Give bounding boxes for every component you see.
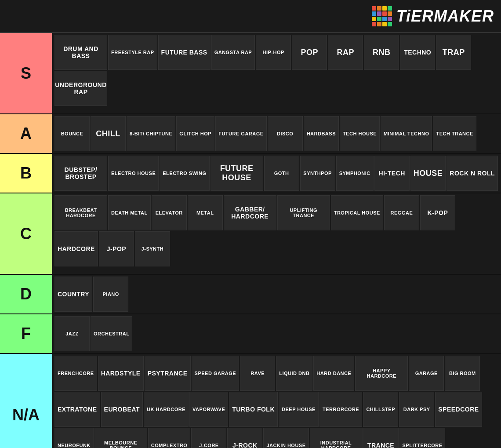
genre-hi-tech[interactable]: HI-TECH	[374, 156, 410, 191]
genre-liquid-dnb[interactable]: LIQUID DNB	[276, 356, 312, 391]
tier-label-na: N/A	[0, 354, 53, 448]
genre-electro-house[interactable]: ELECTRO HOUSE	[108, 156, 159, 191]
genre-8-bit--chiptune[interactable]: 8-BIT/ CHIPTUNE	[127, 116, 175, 151]
logo-cell	[382, 6, 387, 11]
genre-turbo-folk[interactable]: TURBO FOLK	[229, 392, 278, 427]
genre-uk-hardcore[interactable]: UK HARDCORE	[144, 392, 189, 427]
tier-label-d: D	[0, 275, 53, 313]
genre-symphonic[interactable]: SYMPHONIC	[336, 156, 374, 191]
genre-reggae[interactable]: REGGAE	[384, 195, 419, 230]
genre-splittercore[interactable]: SPLITTERCORE	[399, 428, 446, 448]
genre-k-pop[interactable]: K-POP	[420, 195, 455, 230]
genre-eurobeat[interactable]: EUROBEAT	[101, 392, 143, 427]
genre-trance[interactable]: TRANCE	[363, 428, 399, 448]
genre-future-house[interactable]: FUTURE HOUSE	[211, 156, 263, 191]
genre-gangsta-rap[interactable]: GANGSTA RAP	[211, 35, 255, 70]
genre-extratone[interactable]: EXTRATONE	[54, 392, 100, 427]
logo-cell	[382, 11, 387, 16]
genre-tropical-house[interactable]: TROPICAL HOUSE	[331, 195, 383, 230]
logo-text: TiERMAKER	[396, 7, 494, 25]
genre-chill[interactable]: CHILL	[91, 116, 126, 151]
genre-elevator[interactable]: ELEVATOR	[152, 195, 187, 230]
genre-frenchcore[interactable]: FRENCHCORE	[54, 356, 97, 391]
genre-minimal-techno[interactable]: MINIMAL TECHNO	[381, 116, 432, 151]
genre-deep-house[interactable]: DEEP HOUSE	[279, 392, 319, 427]
genre-pop[interactable]: POP	[292, 35, 327, 70]
genre-trap[interactable]: TRAP	[436, 35, 471, 70]
genre-speedcore[interactable]: SPEEDCORE	[435, 392, 482, 427]
genre-disco[interactable]: DISCO	[268, 116, 303, 151]
logo-cell	[372, 11, 376, 16]
genre-hardstyle[interactable]: HARDSTYLE	[98, 356, 144, 391]
tier-container: SDRUM AND BASSFREESTYLE RAPFUTURE BASSGA…	[0, 33, 501, 448]
genre-gabber--hardcore[interactable]: GABBER/ HARDCORE	[224, 195, 276, 230]
genre-tech-trance[interactable]: TECH TRANCE	[433, 116, 476, 151]
logo-cell	[382, 22, 387, 26]
genre-house[interactable]: HOUSE	[410, 156, 446, 191]
genre-hard-dance[interactable]: HARD DANCE	[313, 356, 354, 391]
genre-hardbass[interactable]: HARDBASS	[304, 116, 339, 151]
genre-uplifting-trance[interactable]: UPLIFTING TRANCE	[277, 195, 330, 230]
genre-dubstep--brostep[interactable]: DUBSTEP/ BROSTEP	[54, 156, 107, 191]
genre-tech-house[interactable]: TECH HOUSE	[340, 116, 380, 151]
genre-dark-psy[interactable]: DARK PSY	[399, 392, 434, 427]
genre-bounce[interactable]: BOUNCE	[54, 116, 90, 151]
genre-underground-rap[interactable]: UNDERGROUND RAP	[54, 71, 107, 106]
genre-future-garage[interactable]: FUTURE GARAGE	[215, 116, 266, 151]
tier-label-s: S	[0, 33, 53, 113]
genre-death-metal[interactable]: DEATH METAL	[108, 195, 151, 230]
tier-content-d: COUNTRYPIANO	[53, 275, 501, 313]
tier-label-c: C	[0, 193, 53, 274]
genre-speed-garage[interactable]: SPEED GARAGE	[192, 356, 240, 391]
genre-rnb[interactable]: RNB	[364, 35, 399, 70]
genre-goth[interactable]: GOTH	[264, 156, 299, 191]
genre-jackin-house[interactable]: JACKIN HOUSE	[263, 428, 309, 448]
genre-j-rock[interactable]: J-ROCK	[227, 428, 262, 448]
genre-country[interactable]: COUNTRY	[54, 277, 92, 312]
logo-cell	[388, 6, 392, 11]
logo-cell	[388, 22, 392, 26]
genre-drum-and-bass[interactable]: DRUM AND BASS	[54, 35, 107, 70]
tier-row-a: ABOUNCECHILL8-BIT/ CHIPTUNEGLITCH HOPFUT…	[0, 114, 501, 154]
genre-terrorcore[interactable]: TERRORCORE	[319, 392, 362, 427]
genre-piano[interactable]: PIANO	[93, 277, 128, 312]
genre-industrial-hardcore[interactable]: INDUSTRIAL HARDCORE	[310, 428, 363, 448]
genre-neurofunk[interactable]: NEUROFUNK	[54, 428, 94, 448]
tier-label-f: F	[0, 314, 53, 353]
tier-content-a: BOUNCECHILL8-BIT/ CHIPTUNEGLITCH HOPFUTU…	[53, 114, 501, 153]
genre-happy-hardcore[interactable]: HAPPY HARDCORE	[355, 356, 408, 391]
genre-hardcore[interactable]: HARDCORE	[54, 231, 98, 266]
logo-cell	[382, 17, 387, 21]
genre-big-room[interactable]: BIG ROOM	[445, 356, 480, 391]
tier-content-b: DUBSTEP/ BROSTEPELECTRO HOUSEELECTRO SWI…	[53, 154, 501, 193]
logo-cell	[388, 17, 392, 21]
genre-techno[interactable]: TECHNO	[400, 35, 435, 70]
genre-rock-n-roll[interactable]: ROCK N ROLL	[447, 156, 498, 191]
genre-freestyle-rap[interactable]: FREESTYLE RAP	[108, 35, 157, 70]
genre-rap[interactable]: RAP	[328, 35, 363, 70]
logo-grid	[372, 6, 392, 26]
genre-electro-swing[interactable]: ELECTRO SWING	[160, 156, 209, 191]
genre-synthpop[interactable]: SYNTHPOP	[300, 156, 335, 191]
genre-j-core[interactable]: J-CORE	[191, 428, 226, 448]
logo-cell	[388, 11, 392, 16]
logo-cell	[377, 17, 381, 21]
tier-label-a: A	[0, 114, 53, 153]
genre-melbourne-bounce[interactable]: MELBOURNE BOUNCE	[94, 428, 147, 448]
genre-chillstep[interactable]: CHILLSTEP	[363, 392, 398, 427]
genre-garage[interactable]: GARAGE	[409, 356, 444, 391]
genre-psytrance[interactable]: PSYTRANCE	[145, 356, 191, 391]
genre-orchestral[interactable]: ORCHESTRAL	[91, 316, 132, 351]
tier-row-d: DCOUNTRYPIANO	[0, 275, 501, 314]
genre-j-pop[interactable]: J-POP	[99, 231, 134, 266]
genre-future-bass[interactable]: FUTURE BASS	[158, 35, 211, 70]
genre-jazz[interactable]: JAZZ	[54, 316, 90, 351]
genre-rave[interactable]: RAVE	[240, 356, 275, 391]
genre-breakbeat-hardcore[interactable]: BREAKBEAT HARDCORE	[54, 195, 107, 230]
genre-metal[interactable]: METAL	[188, 195, 223, 230]
genre-vaporwave[interactable]: VAPORWAVE	[189, 392, 228, 427]
genre-hip-hop[interactable]: HIP-HOP	[256, 35, 291, 70]
genre-j-synth[interactable]: J-SYNTH	[135, 231, 170, 266]
genre-complextro[interactable]: COMPLEXTRO	[148, 428, 191, 448]
genre-glitch-hop[interactable]: GLITCH HOP	[176, 116, 214, 151]
